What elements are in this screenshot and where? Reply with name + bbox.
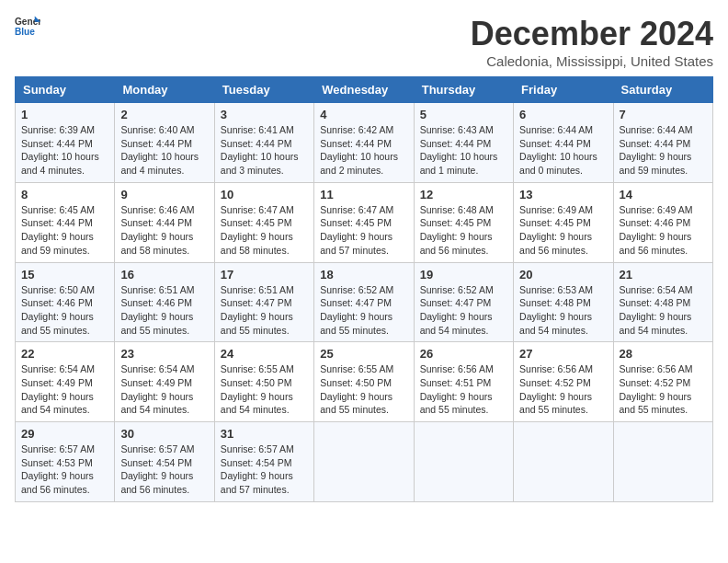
calendar-day-cell: 1Sunrise: 6:39 AMSunset: 4:44 PMDaylight…: [16, 103, 115, 183]
day-number: 29: [21, 427, 108, 441]
day-info: Sunrise: 6:43 AMSunset: 4:44 PMDaylight:…: [420, 123, 507, 178]
calendar-day-cell: 16Sunrise: 6:51 AMSunset: 4:46 PMDayligh…: [115, 262, 214, 342]
calendar-week-row: 29Sunrise: 6:57 AMSunset: 4:53 PMDayligh…: [16, 422, 713, 502]
calendar-day-cell: 5Sunrise: 6:43 AMSunset: 4:44 PMDaylight…: [414, 103, 513, 183]
day-number: 2: [120, 108, 208, 121]
day-number: 7: [620, 108, 707, 121]
day-number: 19: [420, 268, 507, 282]
day-info: Sunrise: 6:49 AMSunset: 4:45 PMDaylight:…: [519, 203, 607, 258]
calendar-day-cell: [414, 422, 513, 502]
day-info: Sunrise: 6:42 AMSunset: 4:44 PMDaylight:…: [320, 123, 407, 178]
calendar-day-cell: 29Sunrise: 6:57 AMSunset: 4:53 PMDayligh…: [16, 422, 115, 502]
day-number: 17: [221, 268, 308, 282]
calendar-day-cell: 3Sunrise: 6:41 AMSunset: 4:44 PMDaylight…: [214, 103, 313, 183]
calendar-body: 1Sunrise: 6:39 AMSunset: 4:44 PMDaylight…: [16, 103, 713, 502]
day-number: 14: [620, 188, 707, 201]
calendar-day-cell: 12Sunrise: 6:48 AMSunset: 4:45 PMDayligh…: [414, 182, 513, 262]
logo: General Blue: [15, 15, 40, 40]
calendar-day-cell: 22Sunrise: 6:54 AMSunset: 4:49 PMDayligh…: [16, 342, 115, 422]
calendar-day-cell: 30Sunrise: 6:57 AMSunset: 4:54 PMDayligh…: [115, 422, 214, 502]
day-info: Sunrise: 6:55 AMSunset: 4:50 PMDaylight:…: [320, 362, 407, 417]
day-info: Sunrise: 6:44 AMSunset: 4:44 PMDaylight:…: [519, 123, 607, 178]
day-number: 3: [221, 108, 308, 121]
day-number: 27: [519, 347, 607, 361]
day-number: 9: [120, 188, 208, 201]
day-number: 31: [221, 427, 308, 441]
day-info: Sunrise: 6:55 AMSunset: 4:50 PMDaylight:…: [221, 362, 308, 417]
calendar-day-cell: 20Sunrise: 6:53 AMSunset: 4:48 PMDayligh…: [514, 262, 613, 342]
day-info: Sunrise: 6:56 AMSunset: 4:51 PMDaylight:…: [420, 362, 507, 417]
calendar: SundayMondayTuesdayWednesdayThursdayFrid…: [15, 76, 713, 502]
day-info: Sunrise: 6:53 AMSunset: 4:48 PMDaylight:…: [519, 283, 607, 338]
day-info: Sunrise: 6:57 AMSunset: 4:54 PMDaylight:…: [120, 442, 208, 497]
calendar-day-cell: 10Sunrise: 6:47 AMSunset: 4:45 PMDayligh…: [214, 182, 313, 262]
day-number: 5: [420, 108, 507, 121]
day-number: 11: [320, 188, 407, 201]
calendar-day-cell: 9Sunrise: 6:46 AMSunset: 4:44 PMDaylight…: [115, 182, 214, 262]
calendar-week-row: 1Sunrise: 6:39 AMSunset: 4:44 PMDaylight…: [16, 103, 713, 183]
calendar-day-cell: 31Sunrise: 6:57 AMSunset: 4:54 PMDayligh…: [214, 422, 313, 502]
day-number: 21: [620, 268, 707, 282]
day-info: Sunrise: 6:49 AMSunset: 4:46 PMDaylight:…: [620, 203, 707, 258]
day-info: Sunrise: 6:56 AMSunset: 4:52 PMDaylight:…: [620, 362, 707, 417]
month-title: December 2024: [471, 15, 713, 53]
weekday-header-cell: Sunday: [16, 77, 115, 103]
subtitle: Caledonia, Mississippi, United States: [471, 53, 713, 69]
calendar-day-cell: 17Sunrise: 6:51 AMSunset: 4:47 PMDayligh…: [214, 262, 313, 342]
day-number: 6: [519, 108, 607, 121]
day-info: Sunrise: 6:47 AMSunset: 4:45 PMDaylight:…: [221, 203, 308, 258]
calendar-day-cell: 4Sunrise: 6:42 AMSunset: 4:44 PMDaylight…: [314, 103, 414, 183]
day-info: Sunrise: 6:51 AMSunset: 4:47 PMDaylight:…: [221, 283, 308, 338]
calendar-day-cell: 2Sunrise: 6:40 AMSunset: 4:44 PMDaylight…: [115, 103, 214, 183]
day-info: Sunrise: 6:54 AMSunset: 4:48 PMDaylight:…: [620, 283, 707, 338]
day-info: Sunrise: 6:52 AMSunset: 4:47 PMDaylight:…: [320, 283, 407, 338]
day-info: Sunrise: 6:54 AMSunset: 4:49 PMDaylight:…: [120, 362, 208, 417]
day-number: 30: [120, 427, 208, 441]
day-number: 12: [420, 188, 507, 201]
title-area: December 2024 Caledonia, Mississippi, Un…: [471, 15, 713, 69]
day-info: Sunrise: 6:52 AMSunset: 4:47 PMDaylight:…: [420, 283, 507, 338]
header: General Blue December 2024 Caledonia, Mi…: [15, 15, 713, 69]
calendar-day-cell: 28Sunrise: 6:56 AMSunset: 4:52 PMDayligh…: [613, 342, 712, 422]
day-number: 13: [519, 188, 607, 201]
calendar-day-cell: 25Sunrise: 6:55 AMSunset: 4:50 PMDayligh…: [314, 342, 414, 422]
calendar-day-cell: 27Sunrise: 6:56 AMSunset: 4:52 PMDayligh…: [514, 342, 613, 422]
calendar-day-cell: 19Sunrise: 6:52 AMSunset: 4:47 PMDayligh…: [414, 262, 513, 342]
day-info: Sunrise: 6:47 AMSunset: 4:45 PMDaylight:…: [320, 203, 407, 258]
day-number: 25: [320, 347, 407, 361]
day-info: Sunrise: 6:54 AMSunset: 4:49 PMDaylight:…: [21, 362, 108, 417]
day-info: Sunrise: 6:46 AMSunset: 4:44 PMDaylight:…: [120, 203, 208, 258]
day-info: Sunrise: 6:57 AMSunset: 4:53 PMDaylight:…: [21, 442, 108, 497]
day-number: 24: [221, 347, 308, 361]
calendar-day-cell: 15Sunrise: 6:50 AMSunset: 4:46 PMDayligh…: [16, 262, 115, 342]
day-number: 16: [120, 268, 208, 282]
calendar-day-cell: 24Sunrise: 6:55 AMSunset: 4:50 PMDayligh…: [214, 342, 313, 422]
calendar-day-cell: 21Sunrise: 6:54 AMSunset: 4:48 PMDayligh…: [613, 262, 712, 342]
calendar-day-cell: 6Sunrise: 6:44 AMSunset: 4:44 PMDaylight…: [514, 103, 613, 183]
day-info: Sunrise: 6:39 AMSunset: 4:44 PMDaylight:…: [21, 123, 108, 178]
calendar-week-row: 22Sunrise: 6:54 AMSunset: 4:49 PMDayligh…: [16, 342, 713, 422]
weekday-header-cell: Saturday: [613, 77, 712, 103]
day-number: 1: [21, 108, 108, 121]
calendar-day-cell: 23Sunrise: 6:54 AMSunset: 4:49 PMDayligh…: [115, 342, 214, 422]
weekday-header-cell: Tuesday: [214, 77, 313, 103]
day-number: 23: [120, 347, 208, 361]
day-info: Sunrise: 6:50 AMSunset: 4:46 PMDaylight:…: [21, 283, 108, 338]
day-number: 10: [221, 188, 308, 201]
calendar-day-cell: 14Sunrise: 6:49 AMSunset: 4:46 PMDayligh…: [613, 182, 712, 262]
calendar-day-cell: 13Sunrise: 6:49 AMSunset: 4:45 PMDayligh…: [514, 182, 613, 262]
calendar-day-cell: [613, 422, 712, 502]
weekday-header-row: SundayMondayTuesdayWednesdayThursdayFrid…: [16, 77, 713, 103]
day-number: 26: [420, 347, 507, 361]
weekday-header-cell: Monday: [115, 77, 214, 103]
day-info: Sunrise: 6:41 AMSunset: 4:44 PMDaylight:…: [221, 123, 308, 178]
day-number: 20: [519, 268, 607, 282]
logo-icon: General Blue: [15, 15, 40, 40]
weekday-header-cell: Wednesday: [314, 77, 414, 103]
day-info: Sunrise: 6:51 AMSunset: 4:46 PMDaylight:…: [120, 283, 208, 338]
calendar-week-row: 15Sunrise: 6:50 AMSunset: 4:46 PMDayligh…: [16, 262, 713, 342]
calendar-day-cell: [314, 422, 414, 502]
day-number: 18: [320, 268, 407, 282]
day-info: Sunrise: 6:57 AMSunset: 4:54 PMDaylight:…: [221, 442, 308, 497]
day-info: Sunrise: 6:56 AMSunset: 4:52 PMDaylight:…: [519, 362, 607, 417]
